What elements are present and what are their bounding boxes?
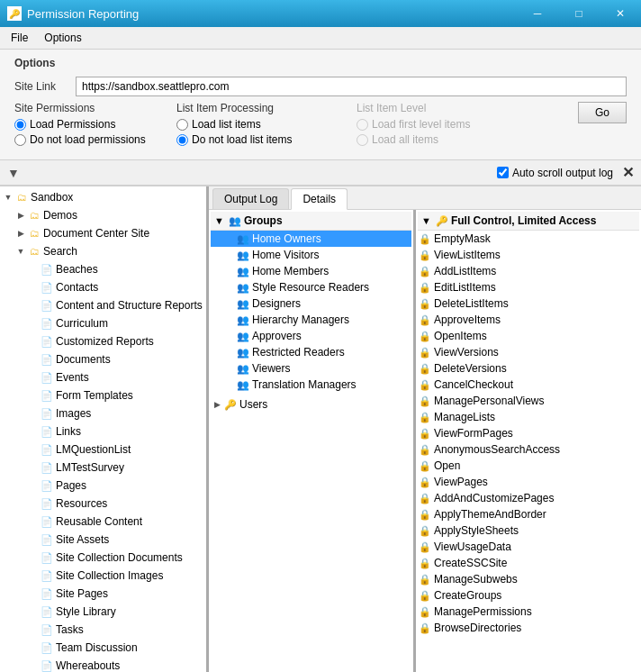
tree-row-search[interactable]: ▼ 🗂 Search — [2, 242, 204, 260]
tree-row-curriculum[interactable]: 📄 Curriculum — [2, 314, 204, 332]
perm-row-13[interactable]: 🔒 AnonymousSearchAccess — [418, 441, 639, 458]
perm-label-17: ApplyThemeAndBorder — [434, 508, 546, 521]
tree-row-resources[interactable]: 📄 Resources — [2, 495, 204, 513]
group-row-style-resource[interactable]: 👥 Style Resource Readers — [211, 279, 411, 295]
tree-row-sandbox[interactable]: ▼ 🗂 Sandbox — [2, 188, 204, 206]
tree-row-site-collection-images[interactable]: 📄 Site Collection Images — [2, 567, 204, 585]
tab-output-log[interactable]: Output Log — [212, 188, 289, 209]
expander-demos[interactable]: ▶ — [14, 209, 27, 222]
tab-details[interactable]: Details — [291, 188, 348, 210]
close-button[interactable]: ✕ — [600, 0, 641, 27]
tree-label-search: Search — [43, 243, 77, 259]
tree-row-reusable[interactable]: 📄 Reusable Content — [2, 513, 204, 531]
perm-row-7[interactable]: 🔒 ViewVersions — [418, 344, 639, 360]
tree-row-lmtestsurvey[interactable]: 📄 LMTestSurvey — [2, 459, 204, 477]
load-permissions-radio[interactable] — [14, 119, 26, 131]
options-title: Options — [14, 57, 627, 69]
perm-row-16[interactable]: 🔒 AddAndCustomizePages — [418, 490, 639, 506]
tree-row-demos[interactable]: ▶ 🗂 Demos — [2, 206, 204, 224]
menubar: File Options — [0, 27, 641, 50]
perm-row-20[interactable]: 🔒 CreateSSCSite — [418, 555, 639, 571]
minimize-button[interactable]: ─ — [517, 0, 558, 27]
tree-row-whereabouts[interactable]: 📄 Whereabouts — [2, 657, 204, 672]
tree-row-style-library[interactable]: 📄 Style Library — [2, 603, 204, 621]
group-row-hierarchy-managers[interactable]: 👥 Hierarchy Managers — [211, 312, 411, 328]
filter-icon[interactable]: ▼ — [7, 166, 20, 180]
perm-row-24[interactable]: 🔒 BrowseDirectories — [418, 620, 639, 636]
expander-doc[interactable]: ▶ — [14, 227, 27, 240]
tree-row-content-structure[interactable]: 📄 Content and Structure Reports — [2, 296, 204, 314]
tree-label-resources: Resources — [56, 495, 107, 512]
expander-search[interactable]: ▼ — [14, 245, 27, 258]
expander-sandbox[interactable]: ▼ — [2, 191, 14, 204]
perm-row-5[interactable]: 🔒 ApproveItems — [418, 312, 639, 328]
tree-row-site-assets[interactable]: 📄 Site Assets — [2, 531, 204, 549]
tree-label-sci: Site Collection Images — [56, 568, 163, 584]
group-row-users[interactable]: ▶ 🔑 Users — [211, 396, 411, 413]
expander-approvers — [223, 330, 236, 342]
do-not-load-list-radio[interactable] — [176, 134, 188, 146]
perm-icon-8: 🔒 — [418, 361, 432, 376]
tree-row-form-templates[interactable]: 📄 Form Templates — [2, 386, 204, 404]
load-list-items-radio[interactable] — [176, 119, 188, 131]
perm-row-6[interactable]: 🔒 OpenItems — [418, 328, 639, 344]
folder-icon-doc: 🗂 — [27, 226, 41, 241]
perm-row-10[interactable]: 🔒 ManagePersonalViews — [418, 393, 639, 409]
menu-options[interactable]: Options — [37, 29, 88, 47]
tree-row-events[interactable]: 📄 Events — [2, 368, 204, 386]
close-output-button[interactable]: ✕ — [622, 164, 634, 181]
tree-row-doc-center[interactable]: ▶ 🗂 Document Center Site — [2, 224, 204, 242]
perm-row-23[interactable]: 🔒 ManagePermissions — [418, 604, 639, 620]
perm-row-2[interactable]: 🔒 AddListItems — [418, 263, 639, 279]
perm-row-8[interactable]: 🔒 DeleteVersions — [418, 360, 639, 377]
permissions-expand-icon[interactable]: ▼ — [421, 215, 431, 226]
go-button[interactable]: Go — [578, 102, 627, 123]
perm-row-19[interactable]: 🔒 ViewUsageData — [418, 539, 639, 555]
menu-file[interactable]: File — [4, 29, 35, 47]
tree-row-images[interactable]: 📄 Images — [2, 404, 204, 422]
perm-row-18[interactable]: 🔒 ApplyStyleSheets — [418, 522, 639, 539]
perm-row-0[interactable]: 🔒 EmptyMask — [418, 231, 639, 247]
perm-row-9[interactable]: 🔒 CancelCheckout — [418, 377, 639, 393]
perm-row-1[interactable]: 🔒 ViewListItems — [418, 247, 639, 263]
group-row-viewers[interactable]: 👥 Viewers — [211, 360, 411, 377]
group-row-approvers[interactable]: 👥 Approvers — [211, 328, 411, 344]
perm-row-15[interactable]: 🔒 ViewPages — [418, 474, 639, 490]
perm-row-22[interactable]: 🔒 CreateGroups — [418, 587, 639, 604]
perm-row-4[interactable]: 🔒 DeleteListItems — [418, 295, 639, 312]
group-row-designers[interactable]: 👥 Designers — [211, 295, 411, 312]
perm-icon-4: 🔒 — [418, 296, 432, 311]
groups-expand-icon[interactable]: ▼ — [214, 215, 224, 226]
site-link-input[interactable] — [76, 77, 627, 96]
perm-label-1: ViewListItems — [434, 249, 501, 261]
auto-scroll-checkbox[interactable] — [497, 167, 509, 178]
tree-row-documents[interactable]: 📄 Documents — [2, 350, 204, 368]
tree-row-team-discussion[interactable]: 📄 Team Discussion — [2, 639, 204, 657]
tree-row-site-collection-docs[interactable]: 📄 Site Collection Documents — [2, 549, 204, 567]
perm-label-22: CreateGroups — [434, 589, 501, 602]
group-icon-home-visitors: 👥 — [236, 248, 250, 262]
tree-row-beaches[interactable]: 📄 Beaches — [2, 260, 204, 278]
tree-row-lmquestionlist[interactable]: 📄 LMQuestionList — [2, 440, 204, 459]
perm-row-21[interactable]: 🔒 ManageSubwebs — [418, 571, 639, 587]
group-row-home-visitors[interactable]: 👥 Home Visitors — [211, 247, 411, 263]
perm-row-17[interactable]: 🔒 ApplyThemeAndBorder — [418, 506, 639, 522]
expander-users[interactable]: ▶ — [211, 398, 223, 411]
group-row-home-owners[interactable]: 👥 Home Owners — [211, 231, 411, 247]
tree-row-contacts[interactable]: 📄 Contacts — [2, 278, 204, 296]
group-row-translation-managers[interactable]: 👥 Translation Managers — [211, 377, 411, 393]
perm-row-3[interactable]: 🔒 EditListItems — [418, 279, 639, 295]
perm-row-11[interactable]: 🔒 ManageLists — [418, 409, 639, 425]
perm-row-12[interactable]: 🔒 ViewFormPages — [418, 425, 639, 441]
tree-row-pages[interactable]: 📄 Pages — [2, 477, 204, 495]
tree-row-tasks[interactable]: 📄 Tasks — [2, 621, 204, 639]
group-row-restricted-readers[interactable]: 👥 Restricted Readers — [211, 344, 411, 360]
tree-row-site-pages[interactable]: 📄 Site Pages — [2, 585, 204, 603]
tree-label-content-structure: Content and Structure Reports — [56, 297, 203, 313]
tree-row-customized-reports[interactable]: 📄 Customized Reports — [2, 332, 204, 350]
perm-row-14[interactable]: 🔒 Open — [418, 458, 639, 474]
group-row-home-members[interactable]: 👥 Home Members — [211, 263, 411, 279]
do-not-load-radio[interactable] — [14, 134, 26, 146]
tree-row-links[interactable]: 📄 Links — [2, 422, 204, 440]
maximize-button[interactable]: □ — [558, 0, 600, 27]
